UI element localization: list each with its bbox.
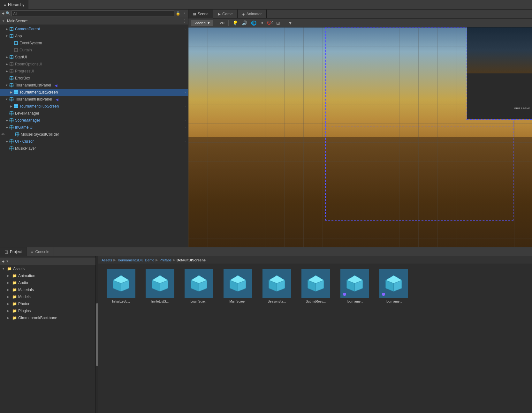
separator2 (228, 20, 229, 26)
asset-name-invitelist: InviteListS... (151, 300, 169, 303)
tree-item-tournamenthubscreen[interactable]: TournamentHubScreen › (0, 103, 188, 110)
file-item-materials[interactable]: ▶ 📁 Materials (0, 286, 95, 293)
tree-item-roomoptions[interactable]: RoomOptionsUI (0, 61, 188, 68)
label-models: Models (18, 295, 31, 299)
hierarchy-panel: + 🔍 🔒 ⋮ ▼ MainScene* ⋮ CameraParent (0, 10, 188, 247)
sep1: ▶ (113, 258, 116, 262)
file-item-photon[interactable]: ▶ 📁 Photon (0, 300, 95, 307)
asset-seasonsta[interactable]: SeasonSta... (259, 269, 294, 303)
tab-animator[interactable]: ◈ Animator (238, 10, 267, 19)
breadcrumb-prefabs[interactable]: Prefabs (159, 258, 171, 262)
folder-icon-assets: 📁 (7, 267, 12, 271)
tree-item-app[interactable]: App (0, 33, 188, 40)
models-toggle: ▶ (7, 295, 11, 298)
asset-tourname2[interactable]: Tourname... (376, 269, 411, 303)
scene-controls: Shaded ▼ 2D 💡 🔊 🌐 ✦ 🚫0 ⊞ ▼ (188, 19, 532, 27)
project-add-button[interactable]: + (2, 259, 4, 264)
file-item-animation[interactable]: ▶ 📁 Animation (0, 272, 95, 279)
mainscene-more[interactable]: ⋮ (182, 19, 186, 23)
asset-name-seasonsta: SeasonSta... (268, 300, 286, 303)
file-tree: + ▼ ▼ 📁 Assets ▶ 📁 Animation ▶ 📁 Audio (0, 256, 96, 413)
label-ingameui: InGame UI (15, 125, 34, 130)
tree-item-tournamentlistscreen[interactable]: TournamentListScreen › (0, 89, 188, 96)
add-button[interactable]: + (2, 11, 4, 16)
tab-hierarchy-label: Hierarchy (8, 3, 24, 7)
asset-initialize[interactable]: InitializeSc... (103, 269, 139, 303)
asset-submitresu[interactable]: SubmitResu... (298, 269, 333, 303)
mini-text: GRIT A BAND (514, 107, 530, 110)
photon-toggle: ▶ (7, 302, 11, 305)
arrow-progressui (4, 70, 9, 73)
file-item-gimmebrook[interactable]: ▶ 📁 GimmebrookBackbone (0, 314, 95, 321)
arrow-uicursor (4, 140, 9, 143)
mainscene-arrow[interactable]: ▼ (2, 19, 6, 23)
tree-item-musicplayer[interactable]: MusicPlayer (0, 145, 188, 152)
tab-project[interactable]: ◫ Project (0, 247, 27, 256)
folder-icon-audio: 📁 (12, 281, 17, 285)
breadcrumb-defaultuiscreens: DefaultUIScreens (177, 258, 206, 262)
tab-scene[interactable]: ⊞ Scene (188, 10, 213, 19)
breadcrumb-tournamentsdk[interactable]: TournamentSDK_Demo (117, 258, 154, 262)
icon-errorbox (9, 76, 14, 81)
fx-button[interactable]: ✦ (259, 20, 265, 26)
tree-item-scoremanager[interactable]: ScoreManager › (0, 117, 188, 124)
file-item-audio[interactable]: ▶ 📁 Audio (0, 279, 95, 286)
folder-icon-materials: 📁 (12, 288, 17, 292)
asset-login[interactable]: LoginScre... (181, 269, 217, 303)
chevron-tournamenthubscreen: › (185, 105, 186, 108)
breadcrumb-assets[interactable]: Assets (102, 258, 112, 262)
tree-item-curtain[interactable]: Curtain (0, 47, 188, 54)
asset-thumb-mainscreen (224, 269, 252, 298)
asset-mainscreen[interactable]: MainScreen (220, 269, 255, 303)
tree-item-uicursor[interactable]: UI - Cursor › (0, 138, 188, 145)
skybox-button[interactable]: 🌐 (250, 20, 257, 26)
grid-button[interactable]: ⊞ (275, 20, 281, 26)
shading-dropdown[interactable]: Shaded ▼ (191, 20, 213, 26)
file-tree-scrollbar[interactable] (96, 256, 98, 413)
icon-tournamenthubscreen (13, 104, 19, 109)
asset-tourname1[interactable]: Tourname... (337, 269, 372, 303)
tree-item-progressui[interactable]: ProgressUI (0, 68, 188, 75)
tree-item-ingameui[interactable]: InGame UI › (0, 124, 188, 131)
tab-game[interactable]: ▶ Game (213, 10, 238, 19)
arrow-tournamenthubscreen (9, 105, 13, 108)
tree-item-levelmanager[interactable]: LevelManager (0, 110, 188, 117)
file-item-plugins[interactable]: ▶ 📁 Plugins (0, 307, 95, 314)
tree-item-tournamenthubpanel[interactable]: TournamentHubPanel ◄ (0, 96, 188, 103)
search-input[interactable] (11, 11, 174, 16)
tree-item-errorbox[interactable]: ErrorBox (0, 75, 188, 82)
scene-panel: ⊞ Scene ▶ Game ◈ Animator Shaded ▼ 2D 💡 … (188, 10, 532, 247)
visibility-label: 🚫0 (267, 21, 273, 25)
project-add-label: ▼ (6, 259, 9, 263)
sep2: ▶ (156, 258, 158, 262)
icon-scoremanager (9, 118, 14, 123)
scene-viewport[interactable]: GRIT A BAND (188, 27, 532, 247)
tree-item-mouseraycast[interactable]: 👁 MouseRaycastCollider (0, 131, 188, 138)
tree-item-startui[interactable]: StartUI (0, 54, 188, 61)
file-item-assets[interactable]: ▼ 📁 Assets (0, 265, 95, 272)
label-eventsystem: EventSystem (19, 41, 42, 45)
bottom-section: ◫ Project ≡ Console + ▼ ▼ 📁 Assets ▶ 📁 (0, 247, 532, 413)
animation-toggle: ▶ (7, 274, 11, 277)
tree-item-cameraparent[interactable]: CameraParent › (0, 26, 188, 33)
gimmebrook-toggle: ▶ (7, 316, 11, 319)
asset-name-initialize: InitializeSc... (112, 300, 130, 303)
asset-name-mainscreen: MainScreen (229, 300, 246, 303)
2d-button[interactable]: 2D (219, 20, 225, 26)
tab-hierarchy[interactable]: ≡ Hierarchy (0, 0, 28, 9)
asset-invitelist[interactable]: InviteListS... (142, 269, 178, 303)
arrow-indicator-hubpanel: ◄ (55, 97, 59, 102)
label-tournamentlistpanel: TournamentListPanel (15, 83, 51, 87)
tree-item-eventsystem[interactable]: EventSystem (0, 40, 188, 47)
light-button[interactable]: 💡 (232, 20, 239, 26)
tree-item-tournamentlistpanel[interactable]: TournamentListPanel ◄ (0, 82, 188, 89)
icon-ingameui (9, 125, 14, 130)
console-tab-icon: ≡ (31, 250, 33, 254)
sound-button[interactable]: 🔊 (241, 20, 248, 26)
tab-console[interactable]: ≡ Console (27, 247, 54, 256)
more-scene-btn[interactable]: ▼ (287, 20, 293, 26)
scene-tab-icon: ⊞ (193, 12, 196, 16)
chevron-tournamentlistscreen: › (185, 91, 186, 94)
file-item-models[interactable]: ▶ 📁 Models (0, 293, 95, 300)
label-startui: StartUI (15, 55, 27, 59)
